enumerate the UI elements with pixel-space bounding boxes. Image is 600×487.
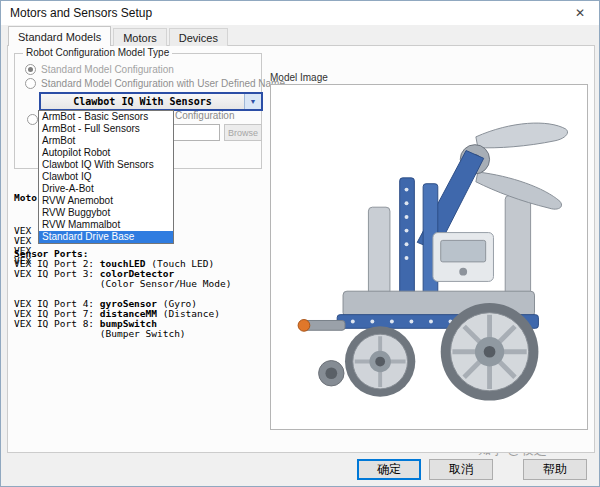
browse-button-label: Browse [228,128,258,138]
tab-standard-models[interactable]: Standard Models [8,26,111,46]
ok-button[interactable]: 确定 [357,459,421,480]
model-dropdown-list[interactable]: ArmBot - Basic SensorsArmBot - Full Sens… [38,110,174,244]
window-title: Motors and Sensors Setup [10,6,152,20]
tab-label: Devices [179,32,218,44]
dropdown-item[interactable]: Clawbot IQ [39,171,173,183]
close-button[interactable]: ✕ [561,1,599,25]
close-icon: ✕ [575,6,585,20]
radio-icon [25,78,36,89]
cancel-button-label: 取消 [449,461,473,478]
combobox-value: Clawbot IQ With Sensors [41,94,244,109]
dialog-window: Motors and Sensors Setup ✕ Standard Mode… [0,0,600,487]
dropdown-item[interactable]: ArmBot - Basic Sensors [39,111,173,123]
radio-custom-config[interactable] [27,114,38,125]
sensor-port-line: (Color Sensor/Hue Mode) [14,279,231,289]
sensor-ports-text: Sensor Ports:VEX IQ Port 2: touchLED (To… [14,249,231,339]
radio-icon [25,64,36,75]
tab-devices[interactable]: Devices [169,28,228,46]
model-image-label: Model Image [270,72,328,83]
dropdown-item[interactable]: Drive-A-Bot [39,183,173,195]
custom-config-label-fragment: Configuration [175,110,234,121]
dropdown-item[interactable]: RVW Buggybot [39,207,173,219]
dropdown-item[interactable]: RVW Anemobot [39,195,173,207]
radio-standard-model-config[interactable]: Standard Model Configuration [25,64,174,75]
radio-label: Standard Model Configuration [41,64,174,75]
dropdown-item[interactable]: Clawbot IQ With Sensors [39,159,173,171]
dropdown-item[interactable]: RVW Mammalbot [39,219,173,231]
chevron-down-icon: ▼ [244,94,261,109]
model-image-box [270,84,588,430]
radio-label: Standard Model Configuration with User D… [41,78,285,89]
groupbox-title: Robot Configuration Model Type [23,47,172,58]
title-bar: Motors and Sensors Setup [1,1,599,25]
model-combobox[interactable]: Clawbot IQ With Sensors ▼ [39,92,263,111]
tab-motors[interactable]: Motors [113,28,167,46]
robot-model-image [274,88,584,426]
radio-user-defined-name[interactable]: Standard Model Configuration with User D… [25,78,285,89]
dropdown-item[interactable]: Standard Drive Base [39,231,173,243]
dropdown-item[interactable]: Autopilot Robot [39,147,173,159]
sensor-port-line: (Bumper Switch) [14,329,231,339]
cancel-button[interactable]: 取消 [429,459,493,480]
tab-page-standard-models: Robot Configuration Model Type Standard … [7,45,595,453]
tab-strip: Standard Models Motors Devices [8,26,230,46]
browse-button[interactable]: Browse [224,124,262,141]
dropdown-item[interactable]: ArmBot - Full Sensors [39,123,173,135]
help-button[interactable]: 帮助 [523,459,587,480]
tab-label: Motors [123,32,157,44]
ok-button-label: 确定 [377,461,401,478]
dropdown-item[interactable]: ArmBot [39,135,173,147]
help-button-label: 帮助 [543,461,567,478]
tab-label: Standard Models [18,31,101,43]
